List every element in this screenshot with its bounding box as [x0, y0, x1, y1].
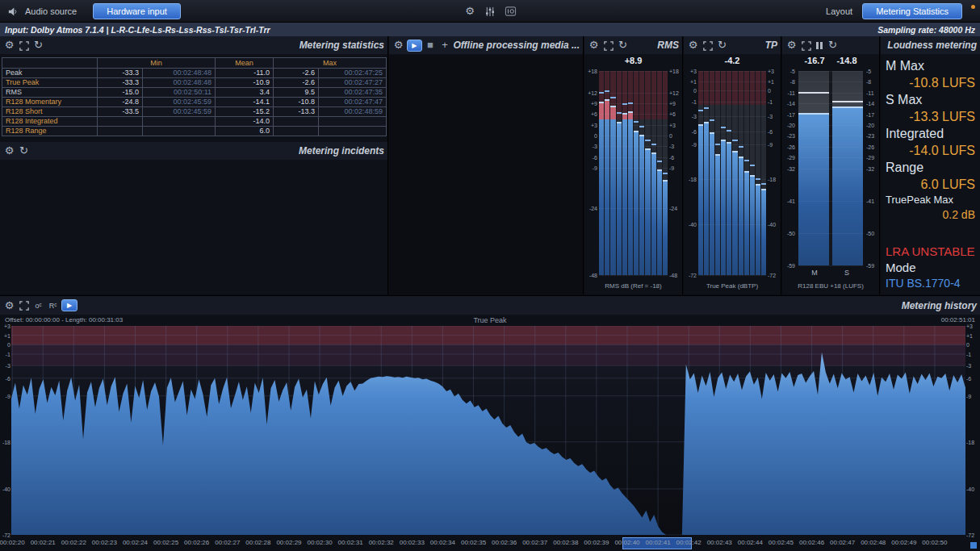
meter-channel-bar — [617, 71, 622, 275]
stat-min-time: 00:02:48:48 — [143, 78, 216, 88]
gear-icon[interactable]: ⚙ — [3, 144, 15, 157]
resize-handle[interactable] — [970, 542, 977, 549]
scale-tick-label: -1 — [966, 351, 978, 357]
rms-max-value: +8.9 — [584, 56, 682, 65]
scale-tick-label: -3 — [669, 144, 681, 149]
stat-label: R128 Range — [2, 127, 98, 136]
expand-icon[interactable] — [800, 39, 812, 52]
gear-icon[interactable]: ⚙ — [3, 39, 15, 52]
layout-label: Layout — [826, 6, 852, 16]
gear-icon[interactable]: ⚙ — [464, 5, 476, 18]
stat-max-time: 00:02:47:25 — [319, 69, 387, 78]
scale-tick-label: 0 — [585, 132, 597, 138]
pause-icon[interactable] — [815, 39, 824, 52]
expand-icon[interactable] — [602, 39, 614, 52]
expand-icon[interactable] — [18, 299, 30, 312]
meter-bars — [798, 71, 863, 265]
scale-tick-label: -40 — [1, 486, 10, 492]
meter-scale: +3+10-1-3-6-9-18-40-72 — [768, 71, 780, 275]
stat-min-time: 00:02:50:11 — [143, 88, 216, 98]
scale-tick-label: +9 — [669, 100, 681, 106]
meter-channel-bar — [605, 71, 609, 275]
offline-media-list[interactable] — [389, 55, 583, 294]
column-min: Min — [98, 58, 216, 69]
stat-mean: -11.0 — [216, 69, 274, 78]
gear-icon[interactable]: ⚙ — [687, 39, 699, 52]
stat-max-time — [319, 117, 387, 127]
hardware-input-button[interactable]: Hardware input — [93, 3, 181, 19]
scale-tick-label: -6 — [585, 154, 597, 160]
mixer-icon[interactable] — [484, 5, 496, 18]
time-label: 00:02:50 — [917, 539, 953, 546]
scale-tick-label: +1 — [966, 332, 978, 338]
scale-tick-label: +1 — [685, 78, 697, 84]
scale-tick-label: 0 — [1, 342, 10, 348]
stat-min — [98, 117, 143, 127]
history-time-axis[interactable]: 00:02:2000:02:2100:02:2200:02:2300:02:24… — [0, 537, 980, 549]
scale-tick-label: -6 — [768, 128, 780, 134]
scale-tick-label: -18 — [685, 177, 697, 182]
statistics-row: Peak-33.300:02:48:48-11.0-2.600:02:47:25 — [2, 69, 387, 78]
scale-tick-label: -14 — [866, 101, 878, 106]
stat-mean: -15.2 — [216, 107, 274, 117]
metering-statistics-layout-button[interactable]: Metering Statistics — [862, 3, 962, 19]
stat-max: 9.5 — [274, 88, 319, 98]
scale-tick-label: -1 — [1, 351, 10, 357]
meter-current-value: -14.8 — [831, 56, 863, 65]
sampling-rate-text: Sampling rate: 48000 Hz — [877, 25, 975, 35]
gear-icon[interactable]: ⚙ — [392, 39, 404, 52]
refresh-icon[interactable]: ↻ — [18, 144, 30, 157]
readout-value: -14.0 LUFS — [886, 142, 975, 159]
expand-icon[interactable] — [18, 39, 30, 52]
scale-tick-label: -18 — [966, 439, 978, 445]
rms-meter: +18+12+9+6+30-3-6-9-24-48+18+12+9+6+30-3… — [584, 71, 682, 275]
add-media-icon[interactable]: + — [439, 39, 451, 52]
stat-mean: 3.4 — [216, 88, 274, 98]
refresh-icon[interactable]: ↻ — [617, 39, 629, 52]
channel-label: M — [798, 269, 831, 277]
statistics-table: Min Mean Max Peak-33.300:02:48:48-11.0-2… — [2, 57, 387, 136]
history-waveform[interactable] — [11, 326, 965, 535]
offset-cursor-icon[interactable]: oᶜ — [32, 299, 44, 312]
gear-icon[interactable]: ⚙ — [588, 39, 600, 52]
tp-meter: +3+10-1-3-6-9-18-40-72+3+10-1-3-6-9-18-4… — [684, 71, 781, 275]
channel-label: S — [831, 269, 863, 277]
toolbar-center-icons: ⚙ — [464, 5, 517, 18]
scale-tick-label: +3 — [669, 122, 681, 127]
stat-min-time — [143, 117, 216, 127]
loudness-bar-meter-panel: ⚙ ↻ -16.7-14.8 -5-8-11-14-17-20-23-26-29… — [782, 36, 880, 294]
refresh-icon[interactable]: ↻ — [716, 39, 728, 52]
expand-icon[interactable] — [701, 39, 714, 52]
refresh-icon[interactable]: ↻ — [827, 39, 839, 52]
scale-tick-label: -20 — [866, 122, 878, 127]
play-button[interactable]: ▶ — [61, 299, 77, 311]
stat-max: -13.3 — [274, 107, 319, 117]
gear-icon[interactable]: ⚙ — [3, 299, 15, 312]
io-routing-icon[interactable] — [505, 5, 517, 18]
metering-incidents-header: ⚙ ↻ Metering incidents — [0, 142, 387, 160]
scale-tick-label: -41 — [866, 198, 878, 203]
scale-tick-label: +6 — [669, 111, 681, 117]
mode-label: Mode — [886, 261, 916, 274]
loudness-metering-panel: Loudness metering M Max-10.8 LUFSS Max-1… — [881, 36, 980, 294]
panel-title: Metering incidents — [299, 145, 384, 157]
meter-bars — [698, 71, 766, 275]
scale-tick-label: +3 — [966, 324, 978, 329]
refresh-icon[interactable]: ↻ — [32, 39, 44, 52]
stat-mean: -14.1 — [216, 98, 274, 107]
range-cursor-icon[interactable]: Rᶜ — [47, 299, 59, 312]
scale-tick-label: -40 — [768, 221, 780, 227]
scale-tick-label: -24 — [585, 205, 597, 211]
statistics-row: RMS-15.000:02:50:113.49.500:02:47:35 — [2, 88, 387, 98]
scale-tick-label: +1 — [1, 332, 10, 338]
scale-tick-label: -9 — [685, 142, 697, 148]
tp-unit-label: True Peak (dBTP) — [684, 282, 781, 290]
stop-icon[interactable]: ■ — [425, 39, 437, 52]
audio-source-icon[interactable] — [6, 5, 19, 18]
play-button[interactable]: ▶ — [407, 40, 422, 52]
statistics-row: R128 Range6.0 — [2, 127, 387, 136]
scale-tick-label: -29 — [866, 155, 878, 161]
stat-max-time: 00:02:47:47 — [319, 98, 387, 107]
gear-icon[interactable]: ⚙ — [785, 39, 798, 52]
scale-tick-label: -8 — [783, 79, 795, 85]
